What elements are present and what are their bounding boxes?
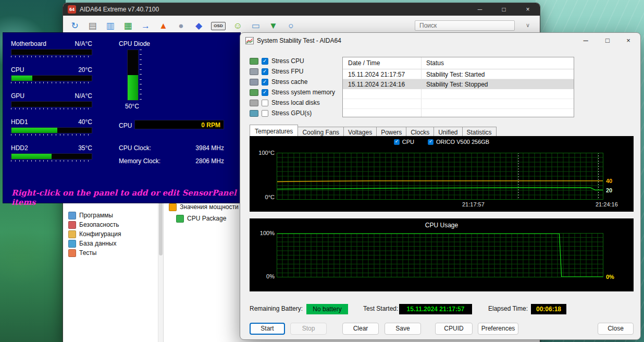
gauge-ticks (11, 108, 92, 109)
battery-status-badge: No battery (306, 304, 348, 314)
stress-option-label: Stress system memory (271, 89, 335, 96)
gauge-bar (11, 153, 92, 160)
stress-option-label: Stress cache (271, 78, 307, 86)
toolbar-icons: ↻▤▥▦→▲●◆OSD☺▭▼○ (69, 19, 296, 32)
report-icon[interactable]: ▤ (87, 19, 98, 32)
sensor-panel[interactable]: MotherboardN/A°C CPU20°C GPUN/A°C HDD140… (3, 32, 241, 203)
stress-disks-row: Stress local disks (250, 99, 320, 107)
sidebar-item-label: База данных (79, 240, 116, 247)
stress-fpu-row: Stress FPU (250, 67, 303, 76)
legend-orico-checkbox[interactable] (428, 139, 434, 145)
monitor-icon[interactable]: ▭ (250, 19, 261, 32)
chart-page-icon[interactable]: ▥ (105, 19, 116, 32)
gauge-label: HDD1 (11, 118, 28, 126)
gauge-value: 35°C (78, 144, 92, 152)
close-button-bottom[interactable]: Close (598, 323, 634, 335)
aida64-logo-icon: 64 (68, 5, 76, 14)
gauge-motherboard: MotherboardN/A°C (11, 40, 92, 57)
aida64-titlebar[interactable]: 64 AIDA64 Extreme v7.40.7100 ─ □ × (63, 3, 540, 16)
log-table-body: 15.11.2024 21:17:57 Stability Test: Star… (343, 69, 574, 117)
chart-legend: CPU ORICO V500 256GB (250, 139, 634, 145)
download-icon[interactable]: ▼ (268, 19, 279, 32)
x-axis-end-label: 21:24:16 (596, 201, 618, 207)
stress-fpu-checkbox[interactable] (262, 68, 268, 75)
gauge-ticks (11, 82, 92, 83)
find-icon[interactable]: ○ (286, 19, 296, 32)
stress-option-label: Stress FPU (271, 68, 303, 75)
stress-gpu-checkbox[interactable] (262, 110, 268, 117)
tests-icon (68, 249, 76, 257)
sidebar-item-tests[interactable]: Тесты (68, 248, 121, 258)
stress-disks-checkbox[interactable] (262, 100, 268, 106)
temperatures-chart: CPU ORICO V500 256GB 100°C 0°C 21:17:57 … (250, 136, 634, 212)
current-value-cpu: 20 (606, 187, 612, 193)
log-time: 15.11.2024 21:17:57 (343, 71, 421, 78)
elapsed-time-label: Elapsed Time: (488, 305, 528, 312)
lock-icon[interactable]: ◆ (193, 19, 204, 32)
preferences-button[interactable]: Preferences (478, 323, 518, 335)
smiley-icon[interactable]: ☺ (232, 19, 243, 32)
refresh-icon[interactable]: ↻ (69, 19, 80, 32)
y-axis-min-label: 0°C (253, 194, 275, 200)
sidebar-item-programs[interactable]: Программы (68, 211, 121, 220)
stop-button[interactable]: Stop (290, 323, 327, 335)
stress-memory-checkbox[interactable] (262, 89, 268, 96)
stress-option-label: Stress CPU (271, 57, 304, 65)
sidebar-item-database[interactable]: База данных (68, 239, 121, 248)
table-row[interactable]: 15.11.2024 21:17:57 Stability Test: Star… (343, 69, 574, 79)
stress-cpu-checkbox[interactable] (262, 58, 268, 65)
sidebar-item-label: Конфигурация (79, 230, 121, 238)
plug-icon[interactable]: ● (176, 19, 187, 32)
battery-label: Remaining Battery: (250, 305, 303, 312)
temperature-plot (277, 153, 603, 200)
content-item-cpu-package[interactable]: CPU Package (176, 215, 226, 222)
log-status: Stability Test: Stopped (421, 81, 574, 88)
board-icon[interactable]: ▦ (122, 19, 133, 32)
column-header-status[interactable]: Status (421, 57, 574, 69)
flame-icon[interactable]: ▲ (158, 19, 169, 32)
stability-titlebar[interactable]: System Stability Test - AIDA64 ─ □ × (240, 33, 640, 48)
gauge-label: CPU (11, 66, 24, 74)
gauge-ticks (11, 56, 92, 57)
cpu-fan-label: CPU (119, 122, 132, 129)
search-input[interactable] (415, 20, 515, 31)
sidebar-item-security[interactable]: Безопасность (68, 220, 121, 229)
event-log-table: Date / Time Status 15.11.2024 21:17:57 S… (342, 57, 574, 117)
test-started-value: 15.11.2024 21:17:57 (399, 304, 472, 314)
maximize-button[interactable]: □ (599, 33, 616, 48)
cpu-clock-row: CPU Clock: 3984 MHz (119, 144, 224, 152)
log-time: 15.11.2024 21:24:16 (343, 81, 421, 88)
aida64-window-title: AIDA64 Extreme v7.40.7100 (80, 6, 159, 13)
minimize-button[interactable]: ─ (577, 33, 595, 48)
stress-gpu-row: Stress GPU(s) (250, 109, 312, 117)
stress-option-label: Stress local disks (271, 99, 320, 106)
column-header-datetime[interactable]: Date / Time (343, 57, 421, 69)
sidebar-item-configuration[interactable]: Конфигурация (68, 229, 121, 239)
cpu-diode-gauge (127, 50, 139, 101)
cpu-icon (250, 58, 258, 65)
clear-button[interactable]: Clear (342, 323, 379, 335)
legend-orico: ORICO V500 256GB (428, 139, 489, 145)
stress-cache-checkbox[interactable] (262, 79, 268, 86)
start-button[interactable]: Start (250, 323, 285, 335)
osd-icon[interactable]: OSD (211, 22, 226, 30)
stress-memory-row: Stress system memory (250, 88, 335, 96)
maximize-button[interactable]: □ (496, 3, 512, 16)
window-chart-icon (245, 37, 254, 44)
current-value-orico: 40 (606, 178, 612, 184)
close-button[interactable]: × (620, 33, 637, 48)
minimize-button[interactable]: ─ (472, 3, 488, 16)
cpu-fan-rpm: 0 RPM (134, 120, 224, 129)
cpuid-button[interactable]: CPUID (435, 323, 473, 335)
toolbar-overflow-icon[interactable]: ∨ (526, 22, 530, 29)
legend-label: ORICO V500 256GB (436, 139, 489, 145)
legend-cpu-checkbox[interactable] (394, 139, 400, 145)
sidebar-item-label: Программы (79, 212, 113, 219)
memory-icon (250, 89, 258, 96)
save-button[interactable]: Save (385, 323, 421, 335)
sidebar-item-label: Тесты (79, 249, 96, 256)
close-button[interactable]: × (519, 3, 536, 16)
arrow-icon[interactable]: → (140, 19, 151, 32)
table-row[interactable]: 15.11.2024 21:24:16 Stability Test: Stop… (343, 79, 574, 89)
sidebar-item-label: Безопасность (79, 221, 119, 228)
